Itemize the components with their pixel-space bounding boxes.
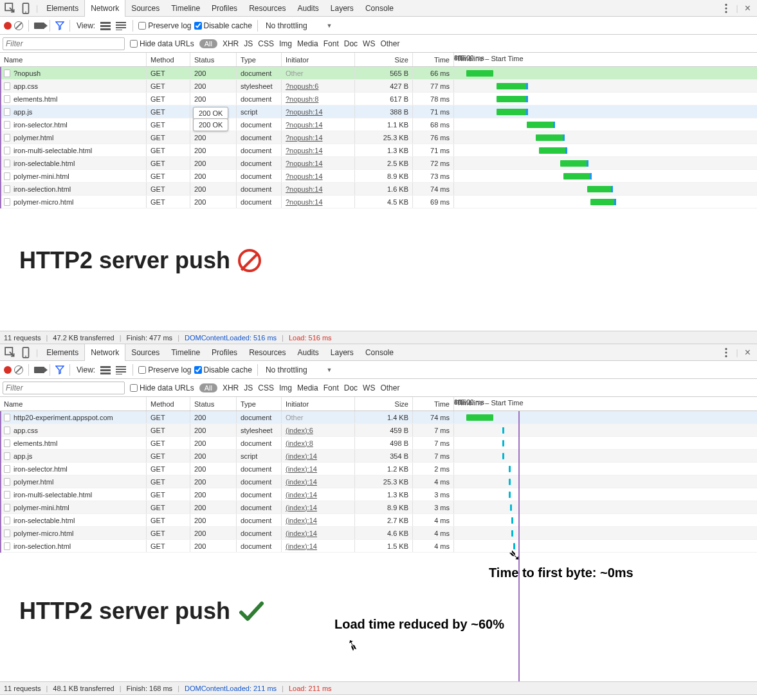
filter-type-font[interactable]: Font	[324, 383, 339, 392]
devtools-tab-resources[interactable]: Resources	[243, 0, 291, 17]
kebab-icon[interactable]	[720, 3, 732, 14]
filter-type-doc[interactable]: Doc	[344, 39, 358, 48]
initiator-link[interactable]: (index):14	[286, 452, 317, 460]
col-status[interactable]: Status	[190, 397, 237, 410]
filter-type-ws[interactable]: WS	[363, 383, 375, 392]
filter-type-ws[interactable]: WS	[363, 39, 375, 48]
request-row[interactable]: app.js GET 200 script ?nopush:14 388 B 7…	[0, 106, 757, 118]
initiator-link[interactable]: ?nopush:14	[286, 121, 323, 129]
devtools-tab-timeline[interactable]: Timeline	[165, 344, 206, 361]
request-row[interactable]: iron-selector.html GET 200 document (ind…	[0, 463, 757, 475]
filter-type-other[interactable]: Other	[380, 383, 399, 392]
filter-type-other[interactable]: Other	[380, 39, 399, 48]
initiator-link[interactable]: ?nopush:14	[286, 134, 323, 142]
request-row[interactable]: polymer-micro.html GET 200 document (ind…	[0, 527, 757, 540]
large-rows-icon[interactable]	[100, 21, 111, 30]
filter-type-css[interactable]: CSS	[258, 39, 274, 48]
filter-type-img[interactable]: Img	[279, 383, 292, 392]
devtools-tab-profiles[interactable]: Profiles	[206, 344, 243, 361]
initiator-link[interactable]: ?nopush:14	[286, 172, 323, 180]
capture-screenshot-button[interactable]	[34, 23, 44, 29]
initiator-link[interactable]: (index):14	[286, 478, 317, 486]
col-name[interactable]: Name	[0, 397, 147, 410]
preserve-log-checkbox[interactable]: Preserve log	[138, 21, 191, 30]
device-icon[interactable]	[20, 3, 32, 14]
col-size[interactable]: Size	[355, 397, 413, 410]
hide-data-urls-checkbox[interactable]: Hide data URLs	[130, 383, 194, 392]
filter-all[interactable]: All	[199, 39, 217, 48]
devtools-tab-elements[interactable]: Elements	[41, 344, 84, 361]
disable-cache-checkbox[interactable]: Disable cache	[194, 21, 252, 30]
request-row[interactable]: iron-multi-selectable.html GET 200 docum…	[0, 488, 757, 501]
col-status[interactable]: Status	[190, 53, 237, 66]
request-row[interactable]: polymer.html GET 200 document (index):14…	[0, 475, 757, 488]
devtools-tab-layers[interactable]: Layers	[325, 344, 360, 361]
filter-icon[interactable]	[55, 365, 64, 374]
request-row[interactable]: app.js GET 200 script (index):14 354 B 7…	[0, 450, 757, 463]
col-method[interactable]: Method	[147, 53, 190, 66]
devtools-tab-sources[interactable]: Sources	[125, 344, 165, 361]
kebab-icon[interactable]	[720, 347, 732, 358]
filter-input[interactable]	[3, 37, 125, 50]
col-type[interactable]: Type	[237, 397, 282, 410]
small-rows-icon[interactable]	[116, 21, 126, 30]
initiator-link[interactable]: ?nopush:14	[286, 147, 323, 154]
initiator-link[interactable]: (index):8	[286, 439, 313, 447]
filter-type-media[interactable]: Media	[297, 383, 318, 392]
devtools-tab-timeline[interactable]: Timeline	[165, 0, 206, 17]
col-type[interactable]: Type	[237, 53, 282, 66]
initiator-link[interactable]: ?nopush:14	[286, 108, 323, 116]
filter-icon[interactable]	[55, 21, 64, 30]
col-initiator[interactable]: Initiator	[282, 397, 355, 410]
devtools-tab-resources[interactable]: Resources	[243, 344, 291, 361]
filter-input[interactable]	[3, 382, 125, 394]
request-row[interactable]: iron-selection.html GET 200 document (in…	[0, 540, 757, 553]
request-row[interactable]: app.css GET 200 stylesheet (index):6 459…	[0, 424, 757, 437]
col-name[interactable]: Name	[0, 53, 147, 66]
filter-type-xhr[interactable]: XHR	[223, 383, 239, 392]
request-row[interactable]: app.css GET 200 stylesheet ?nopush:6 427…	[0, 80, 757, 93]
initiator-link[interactable]: (index):6	[286, 427, 313, 434]
devtools-tab-layers[interactable]: Layers	[325, 0, 360, 17]
devtools-tab-profiles[interactable]: Profiles	[206, 0, 243, 17]
request-row[interactable]: iron-selectable.html GET 200 document (i…	[0, 514, 757, 527]
col-initiator[interactable]: Initiator	[282, 53, 355, 66]
request-row[interactable]: iron-selector.html GET 200 document ?nop…	[0, 118, 757, 131]
disable-cache-checkbox[interactable]: Disable cache	[194, 365, 252, 374]
devtools-tab-network[interactable]: Network	[84, 0, 125, 17]
record-button[interactable]	[4, 22, 12, 30]
devtools-tab-audits[interactable]: Audits	[291, 344, 324, 361]
initiator-link[interactable]: (index):14	[286, 465, 317, 473]
filter-type-media[interactable]: Media	[297, 39, 318, 48]
filter-type-xhr[interactable]: XHR	[223, 39, 239, 48]
initiator-link[interactable]: ?nopush:14	[286, 198, 323, 206]
large-rows-icon[interactable]	[100, 365, 111, 374]
request-row[interactable]: iron-selection.html GET 200 document ?no…	[0, 183, 757, 196]
devtools-tab-sources[interactable]: Sources	[125, 0, 165, 17]
throttling-select[interactable]: No throttling▼	[263, 21, 335, 30]
initiator-link[interactable]: (index):14	[286, 530, 317, 537]
col-timeline[interactable]: Timeline – Start Time400.00 ms600.00 ms8…	[454, 397, 757, 410]
inspect-icon[interactable]	[5, 3, 16, 14]
clear-button[interactable]	[14, 365, 23, 374]
capture-screenshot-button[interactable]	[34, 367, 44, 373]
initiator-link[interactable]: (index):14	[286, 517, 317, 524]
initiator-link[interactable]: ?nopush:14	[286, 185, 323, 193]
filter-type-doc[interactable]: Doc	[344, 383, 358, 392]
inspect-icon[interactable]	[5, 347, 16, 358]
hide-data-urls-checkbox[interactable]: Hide data URLs	[130, 39, 194, 48]
small-rows-icon[interactable]	[116, 365, 126, 374]
filter-type-js[interactable]: JS	[244, 39, 253, 48]
initiator-link[interactable]: ?nopush:14	[286, 160, 323, 167]
col-timeline[interactable]: Timeline – Start Time400.00 ms600.00 ms8…	[454, 53, 757, 66]
record-button[interactable]	[4, 366, 12, 374]
initiator-link[interactable]: ?nopush:8	[286, 95, 318, 103]
devtools-tab-audits[interactable]: Audits	[291, 0, 324, 17]
request-row[interactable]: iron-selectable.html GET 200 document ?n…	[0, 157, 757, 170]
devtools-tab-elements[interactable]: Elements	[41, 0, 84, 17]
filter-type-css[interactable]: CSS	[258, 383, 274, 392]
initiator-link[interactable]: (index):14	[286, 504, 317, 511]
initiator-link[interactable]: (index):14	[286, 542, 317, 550]
filter-type-img[interactable]: Img	[279, 39, 292, 48]
initiator-link[interactable]: (index):14	[286, 491, 317, 499]
